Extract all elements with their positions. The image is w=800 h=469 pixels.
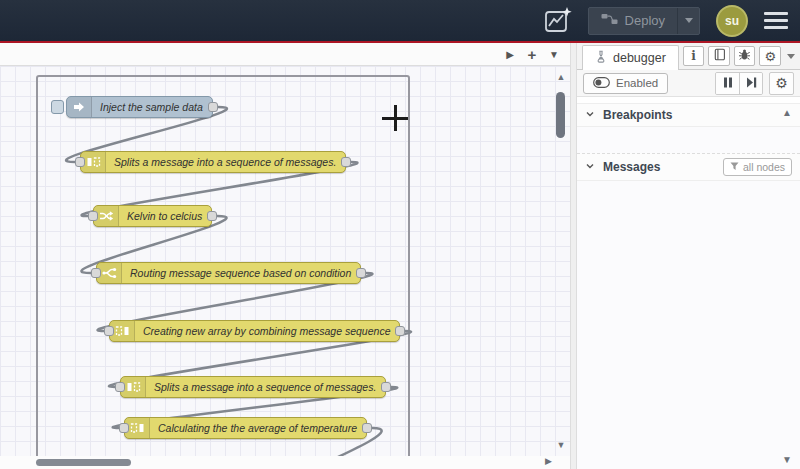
output-port[interactable] xyxy=(381,382,391,392)
debugger-settings-button[interactable]: ⚙ xyxy=(769,72,794,95)
messages-list xyxy=(577,181,800,469)
user-avatar[interactable]: su xyxy=(716,5,748,37)
inject-trigger-button[interactable] xyxy=(51,100,64,114)
messages-title: Messages xyxy=(603,160,660,174)
caret-down-icon xyxy=(685,18,693,23)
scroll-down-icon[interactable]: ▼ xyxy=(554,440,568,450)
help-button[interactable] xyxy=(708,46,730,66)
chart-sparkle-icon[interactable] xyxy=(541,5,575,37)
deploy-label: Deploy xyxy=(625,13,665,28)
breakpoints-title: Breakpoints xyxy=(603,108,672,122)
flow-list-caret-icon[interactable]: ▼ xyxy=(544,44,564,64)
flask-icon xyxy=(595,50,607,66)
flow-node-inject[interactable]: Inject the sample data xyxy=(66,96,213,118)
output-port[interactable] xyxy=(341,157,351,167)
output-port[interactable] xyxy=(362,423,372,433)
chevron-down-icon xyxy=(585,160,595,174)
input-port[interactable] xyxy=(115,382,125,392)
deploy-button[interactable]: Deploy xyxy=(588,7,700,35)
deploy-options-button[interactable] xyxy=(677,8,699,34)
debugger-panel: Breakpoints Messages all nodes xyxy=(577,97,800,469)
sidebar-tabs-caret-icon[interactable] xyxy=(787,54,795,59)
node-label: Splits a message into a sequence of mess… xyxy=(114,156,336,168)
scroll-up-icon[interactable]: ▲ xyxy=(554,72,568,82)
pause-icon xyxy=(723,74,733,92)
scroll-right-icon[interactable]: ▶ xyxy=(545,456,552,466)
flow-node-split[interactable]: Splits a message into a sequence of mess… xyxy=(80,151,346,173)
debug-messages-button[interactable] xyxy=(734,46,756,66)
workspace-column: ▶ + ▼ Inject the sample dataSplits a mes… xyxy=(0,43,570,469)
output-port[interactable] xyxy=(395,326,405,336)
enabled-toggle-button[interactable]: Enabled xyxy=(583,73,668,94)
node-label: Splits a message into a sequence of mess… xyxy=(154,381,376,393)
input-port[interactable] xyxy=(104,326,114,336)
output-port[interactable] xyxy=(207,211,217,221)
input-port[interactable] xyxy=(75,157,85,167)
node-label: Calculating the the average of temperatu… xyxy=(158,422,357,434)
node-label: Routing message sequence based on condit… xyxy=(130,267,351,279)
gear-icon: ⚙ xyxy=(775,75,788,91)
messages-section-header[interactable]: Messages all nodes xyxy=(577,153,800,181)
gear-icon: ⚙ xyxy=(764,49,776,64)
debugger-step-group xyxy=(715,72,763,95)
toggle-icon xyxy=(593,77,610,90)
sidebar-scroll-down-icon[interactable]: ▼ xyxy=(782,454,792,465)
filter-funnel-icon xyxy=(730,161,739,173)
info-icon: i xyxy=(691,49,696,63)
pause-button[interactable] xyxy=(716,73,739,94)
input-port[interactable] xyxy=(88,211,98,221)
input-port[interactable] xyxy=(119,423,129,433)
node-label: Kelvin to celcius xyxy=(127,210,202,222)
bug-icon xyxy=(738,47,751,65)
enabled-label: Enabled xyxy=(616,77,658,89)
workspace-tab-bar: ▶ + ▼ xyxy=(0,43,570,66)
add-flow-button[interactable]: + xyxy=(522,44,542,64)
sidebar-scroll-up-icon[interactable]: ▲ xyxy=(782,107,792,118)
flow-node-change[interactable]: Kelvin to celcius xyxy=(93,205,212,227)
breakpoints-list xyxy=(577,127,800,153)
output-port[interactable] xyxy=(356,268,366,278)
flow-node-split[interactable]: Splits a message into a sequence of mess… xyxy=(120,376,386,398)
node-red-app: Deploy su ▶ + ▼ Inject the sample dataSp… xyxy=(0,0,800,469)
inject-arrow-icon xyxy=(67,97,92,117)
header: Deploy su xyxy=(0,0,800,43)
step-button[interactable] xyxy=(739,73,762,94)
book-icon xyxy=(713,47,726,65)
debugger-controls: Enabled ⚙ xyxy=(577,70,800,97)
flow-node-switch[interactable]: Routing message sequence based on condit… xyxy=(96,262,361,284)
filter-label: all nodes xyxy=(743,161,785,173)
flow-canvas[interactable]: Inject the sample dataSplits a message i… xyxy=(0,66,570,456)
vertical-scroll-thumb[interactable] xyxy=(556,92,565,138)
chevron-down-icon xyxy=(585,108,595,122)
horizontal-scroll-thumb[interactable] xyxy=(36,459,131,466)
tab-debugger[interactable]: debugger xyxy=(582,45,679,70)
sidebar-tab-bar: debugger i xyxy=(577,43,800,70)
hamburger-menu-icon[interactable] xyxy=(764,12,788,29)
step-icon xyxy=(746,74,757,92)
sidebar: debugger i xyxy=(577,43,800,469)
deploy-nodes-icon xyxy=(601,12,618,29)
sidebar-splitter[interactable] xyxy=(570,43,577,469)
message-filter-button[interactable]: all nodes xyxy=(723,158,792,176)
node-label: Creating new array by combining message … xyxy=(143,325,390,337)
play-right-icon[interactable]: ▶ xyxy=(500,44,520,64)
flow-node-join[interactable]: Creating new array by combining message … xyxy=(109,320,400,342)
tab-debugger-label: debugger xyxy=(613,51,666,65)
info-button[interactable]: i xyxy=(683,46,705,66)
output-port[interactable] xyxy=(208,102,218,112)
input-port[interactable] xyxy=(91,268,101,278)
avatar-initials: su xyxy=(725,14,739,28)
sidebar-settings-button[interactable]: ⚙ xyxy=(759,46,781,66)
flow-node-join[interactable]: Calculating the the average of temperatu… xyxy=(124,417,367,439)
node-label: Inject the sample data xyxy=(100,101,203,113)
canvas-vertical-scrollbar[interactable]: ▲ ▼ xyxy=(554,68,568,454)
canvas-horizontal-scrollbar[interactable]: ▶ xyxy=(0,456,570,469)
breakpoints-section-header[interactable]: Breakpoints xyxy=(577,103,800,127)
